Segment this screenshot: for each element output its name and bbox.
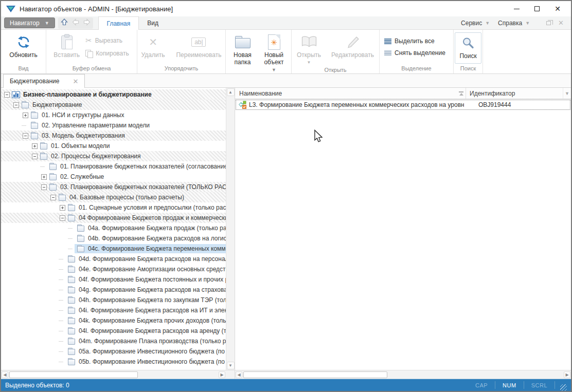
search-button[interactable]: Поиск [455,32,481,64]
folder-icon [67,338,76,345]
scroll-left-icon[interactable]: ◀ [2,371,8,378]
navigator-menu-button[interactable]: Навигатор ▼ [4,17,55,28]
select-all-button[interactable]: Выделить все [384,38,445,45]
ribbon-group-clipboard: Вставить ✂ Вырезать Копировать Буфер обм… [46,30,137,73]
resize-grip[interactable] [560,384,567,391]
scroll-down-icon[interactable]: ▼ [227,362,235,369]
column-header-id[interactable]: Идентификатор ▼ [466,88,571,99]
tree-hscroll-thumb[interactable] [9,371,138,378]
tree-item[interactable]: 02. Процессы бюджетирования [1,151,226,161]
tree-item[interactable]: 02. Служебные [1,172,226,182]
tree-vertical-scrollbar[interactable]: ▲ ▼ [226,88,235,370]
edit-button[interactable]: Редактировать [329,31,377,66]
tab-glavnaya[interactable]: Главная [98,16,139,30]
tree-item-label: 04l. Формирование Бюджета расходов на ар… [77,327,226,334]
tree-item[interactable]: 04c. Формирование Бюджета переменных ком… [1,244,226,254]
mdi-close-button[interactable]: ✕ [558,19,564,27]
tree-item[interactable]: Бюджетирование [1,100,226,110]
list-hscroll-thumb[interactable] [243,371,387,378]
collapse-icon[interactable] [23,133,28,139]
copy-button[interactable]: Копировать [85,50,129,57]
column-header-name[interactable]: Наименование [235,88,466,99]
folder-icon [67,358,76,365]
tree-item[interactable]: 04l. Формирование Бюджета расходов на ар… [1,326,226,336]
tree-item[interactable]: 04b. Формирование Бюджета расходов на ло… [1,233,226,244]
list-row[interactable]: L3. Формирование Бюджета переменных комм… [236,100,570,110]
collapse-icon[interactable] [13,102,19,108]
tree-item[interactable]: 01. Планирование бюджетных показателей (… [1,161,226,172]
new-object-label: Новый объект [264,51,283,66]
menu-servis-label: Сервис [461,20,482,27]
selected-tree-item[interactable]: 04c. Формирование Бюджета переменных ком… [75,244,226,253]
tree-item[interactable]: Бизнес-планирование и бюджетирование [1,89,226,100]
tree-item[interactable]: 04 Формирование Бюджетов продаж и коммер… [1,213,226,223]
scroll-up-icon[interactable]: ▲ [227,88,235,96]
status-bar: Выделено объектов: 0 CAP NUM SCRL [1,379,571,391]
collapse-icon[interactable] [32,154,38,159]
tree-item[interactable]: 03. Планирование бюджетных показателей (… [1,182,226,192]
list-horizontal-scrollbar[interactable]: ◀ ▶ [235,370,571,379]
clear-selection-button[interactable]: Снять выделение [384,49,445,57]
tab-close-icon[interactable]: ✕ [73,78,78,85]
collapse-icon[interactable] [4,92,10,98]
expand-icon[interactable] [23,113,28,118]
scroll-right-icon[interactable]: ▶ [564,371,570,378]
folder-icon [77,225,85,232]
tree-item[interactable]: 04d. Формирование Бюджета расходов на пе… [1,254,226,264]
menu-spravka[interactable]: Справка ▼ [494,20,534,27]
tree-item[interactable]: 04e. Формирование Амортизации основных с… [1,264,226,274]
tree-item[interactable]: 05a. Формирование Инвестиционного бюджет… [1,346,226,357]
document-tab-strip: Бюджетирование ✕ [1,74,571,88]
paste-icon [60,33,74,51]
column-filter-icon[interactable]: ▼ [563,88,571,99]
tree-item[interactable]: 04m. Формирование Плана производства (то… [1,336,226,346]
tree-item[interactable]: 02. Управление параметрами модели [1,120,226,130]
tree-item[interactable]: 04k. Формирование Бюджета прочих доходов… [1,315,226,326]
tree-horizontal-scrollbar[interactable]: ◀ ▶ [1,370,235,379]
mdi-window-buttons: ✕ [539,19,564,27]
tree-item[interactable]: 05b. Формирование Инвестиционного бюджет… [1,357,226,367]
up-level-button[interactable] [60,18,68,28]
back-button[interactable] [72,18,80,28]
scroll-right-icon[interactable]: ▶ [219,371,225,378]
expand-icon[interactable] [32,143,38,149]
delete-button[interactable]: ✕ Удалить [139,31,168,65]
expand-icon[interactable] [41,174,47,180]
collapse-icon[interactable] [60,215,65,221]
menu-servis[interactable]: Сервис ▼ [457,20,494,27]
tree-item[interactable]: 01. Объекты модели [1,141,226,151]
navigator-menu-label: Навигатор [10,20,40,27]
paste-button[interactable]: Вставить [51,31,82,65]
mdi-restore-button[interactable] [546,21,551,25]
cut-button[interactable]: ✂ Вырезать [85,36,129,45]
collapse-icon[interactable] [50,195,56,200]
forward-button[interactable] [83,18,91,28]
tree-item[interactable]: 01. Сценарные условия и предпосылки (тол… [1,202,226,213]
tree-item[interactable]: 04. Базовые процессы (только расчеты) [1,192,226,202]
tree-item[interactable]: 04g. Формирование Бюджета расходов на ст… [1,285,226,295]
tree-item[interactable]: 04f. Формирование Бюджета постоянных и п… [1,274,226,285]
new-folder-icon [235,33,251,51]
new-folder-button[interactable]: Новая папка [228,31,257,73]
tree-item[interactable]: 04i. Формирование Бюджета расходов на ИТ… [1,305,226,315]
minimize-button[interactable] [506,2,527,15]
maximize-button[interactable] [527,2,547,15]
chevron-down-icon: ▼ [525,21,530,26]
tree-item[interactable]: 03. Модель бюджетирования [1,130,226,141]
close-button[interactable]: ✕ [547,2,568,15]
tree-item-label: 02. Процессы бюджетирования [49,153,142,160]
rename-button[interactable]: ab| Переименовать [173,31,224,65]
open-button[interactable]: Открыть ▼ [294,31,324,66]
new-object-button[interactable]: ✳ Новый объект ▼ [259,31,289,73]
collapse-icon[interactable] [41,184,47,190]
tab-vid[interactable]: Вид [139,16,167,29]
object-tree: Бизнес-планирование и бюджетированиеБюдж… [1,88,226,370]
edit-label: Редактировать [331,51,374,59]
document-tab-budgeting[interactable]: Бюджетирование ✕ [3,74,85,88]
tree-item[interactable]: 04h. Формирование Бюджета по закупкам ТЭ… [1,295,226,305]
expand-icon[interactable] [60,205,65,211]
tree-item[interactable]: 01. НСИ и структуры данных [1,110,226,120]
tree-item[interactable]: 04a. Формирование Бюджета продаж (только… [1,223,226,233]
refresh-button[interactable]: Обновить [7,31,40,65]
scroll-left-icon[interactable]: ◀ [236,371,242,378]
